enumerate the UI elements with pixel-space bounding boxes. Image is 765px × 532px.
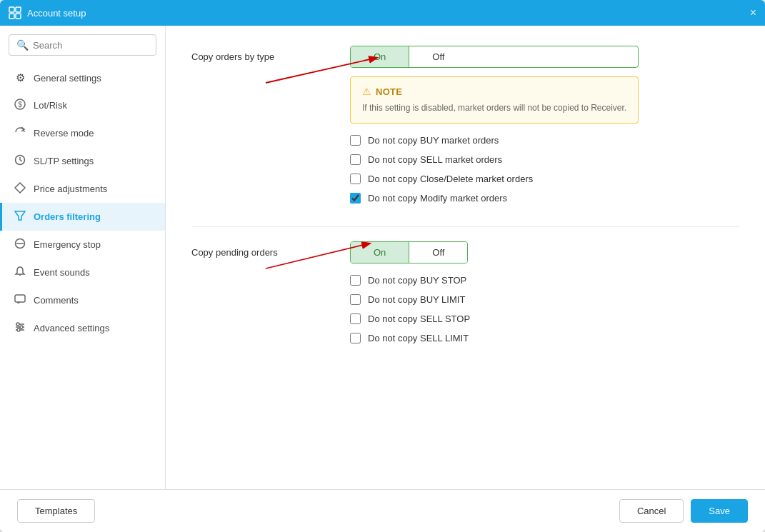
no-modify-input[interactable] [350, 193, 361, 204]
no-sell-limit-input[interactable] [350, 333, 361, 343]
footer-right: Cancel Save [619, 499, 748, 523]
no-sell-stop-label: Do not copy SELL STOP [368, 313, 470, 324]
warning-icon: ⚠ [362, 86, 371, 97]
svg-line-8 [20, 160, 22, 161]
no-sell-limit-checkbox[interactable]: Do not copy SELL LIMIT [350, 333, 739, 343]
svg-rect-1 [16, 7, 21, 12]
note-text: If this setting is disabled, market orde… [362, 101, 626, 114]
diamond-icon [14, 182, 26, 196]
no-close-delete-label: Do not copy Close/Delete market orders [368, 174, 533, 184]
comment-icon [14, 293, 26, 307]
svg-rect-3 [16, 14, 21, 19]
sidebar-item-sltp-settings[interactable]: SL/TP settings [0, 147, 165, 175]
no-buy-market-checkbox[interactable]: Do not copy BUY market orders [350, 135, 739, 146]
note-title: NOTE [376, 86, 402, 97]
sidebar-item-label: Advanced settings [34, 323, 109, 333]
svg-marker-10 [15, 211, 25, 220]
svg-point-18 [16, 323, 19, 326]
no-buy-limit-label: Do not copy BUY LIMIT [368, 294, 465, 305]
copy-pending-row: Copy pending orders On Off [191, 241, 739, 264]
save-button[interactable]: Save [691, 499, 748, 523]
clock-icon [14, 154, 26, 168]
no-sell-market-label: Do not copy SELL market orders [368, 154, 502, 165]
bell-icon [14, 266, 26, 279]
title-bar: Account setup × [0, 0, 765, 26]
copy-orders-toggle[interactable]: On Off [350, 46, 639, 68]
search-icon: 🔍 [16, 39, 29, 51]
svg-marker-9 [15, 183, 25, 193]
no-sell-market-checkbox[interactable]: Do not copy SELL market orders [350, 154, 739, 165]
no-buy-market-input[interactable] [350, 135, 361, 146]
body: 🔍 ⚙ General settings $ Lot/Risk Reverse … [0, 26, 765, 489]
coin-icon: $ [14, 99, 26, 112]
sidebar-item-event-sounds[interactable]: Event sounds [0, 259, 165, 286]
sidebar-item-orders-filtering[interactable]: Orders filtering [0, 203, 165, 231]
svg-rect-0 [9, 7, 14, 12]
sidebar-item-label: Orders filtering [34, 211, 101, 222]
sidebar-item-advanced-settings[interactable]: Advanced settings [0, 314, 165, 342]
no-modify-label: Do not copy Modify market orders [368, 193, 507, 204]
no-sell-market-input[interactable] [350, 154, 361, 165]
copy-orders-by-type-section: Copy orders by type On Off ⚠ NOTE If thi… [191, 46, 739, 204]
no-sell-stop-input[interactable] [350, 313, 361, 324]
svg-rect-2 [9, 14, 14, 19]
note-header: ⚠ NOTE [362, 86, 626, 97]
no-buy-limit-input[interactable] [350, 294, 361, 305]
sidebar-item-label: Emergency stop [34, 239, 101, 250]
search-input[interactable] [33, 40, 149, 51]
copy-pending-off-button[interactable]: Off [409, 242, 467, 263]
svg-rect-14 [15, 295, 25, 302]
search-box[interactable]: 🔍 [9, 34, 156, 56]
no-close-delete-checkbox[interactable]: Do not copy Close/Delete market orders [350, 174, 739, 184]
window-title: Account setup [27, 8, 86, 19]
sidebar-item-label: Lot/Risk [34, 100, 67, 111]
section-divider [191, 226, 739, 227]
sidebar-item-reverse-mode[interactable]: Reverse mode [0, 119, 165, 147]
sidebar-item-label: Reverse mode [34, 128, 94, 139]
stop-icon [14, 238, 26, 251]
sidebar-item-label: Price adjustments [34, 184, 107, 194]
sidebar-item-label: SL/TP settings [34, 156, 94, 166]
svg-point-20 [17, 328, 20, 331]
sidebar-item-label: General settings [34, 73, 101, 84]
sidebar-item-lot-risk[interactable]: $ Lot/Risk [0, 91, 165, 119]
no-sell-stop-checkbox[interactable]: Do not copy SELL STOP [350, 313, 739, 324]
copy-pending-toggle[interactable]: On Off [350, 241, 468, 264]
account-setup-window: Account setup × 🔍 ⚙ General settings $ L… [0, 0, 765, 532]
copy-orders-on-button[interactable]: On [351, 46, 409, 67]
no-close-delete-input[interactable] [350, 174, 361, 184]
note-box: ⚠ NOTE If this setting is disabled, mark… [350, 76, 639, 124]
copy-pending-label: Copy pending orders [191, 241, 327, 258]
copy-orders-off-button[interactable]: Off [409, 46, 467, 67]
sidebar: 🔍 ⚙ General settings $ Lot/Risk Reverse … [0, 26, 166, 489]
copy-orders-row: Copy orders by type On Off ⚠ NOTE If thi… [191, 46, 739, 124]
sidebar-item-emergency-stop[interactable]: Emergency stop [0, 231, 165, 259]
pending-orders-checkbox-list: Do not copy BUY STOP Do not copy BUY LIM… [350, 275, 739, 343]
svg-point-19 [20, 326, 23, 328]
market-orders-checkbox-list: Do not copy BUY market orders Do not cop… [350, 135, 739, 204]
sidebar-item-comments[interactable]: Comments [0, 286, 165, 314]
cancel-button[interactable]: Cancel [619, 499, 684, 523]
sidebar-item-label: Event sounds [34, 267, 90, 278]
templates-button[interactable]: Templates [17, 499, 95, 523]
no-buy-limit-checkbox[interactable]: Do not copy BUY LIMIT [350, 294, 739, 305]
main-content: Copy orders by type On Off ⚠ NOTE If thi… [166, 26, 765, 489]
sidebar-item-label: Comments [34, 295, 79, 306]
no-buy-market-label: Do not copy BUY market orders [368, 135, 499, 146]
sliders-icon [14, 321, 26, 335]
footer-left: Templates [17, 499, 95, 523]
copy-pending-orders-section: Copy pending orders On Off Do not copy B… [191, 241, 739, 343]
svg-text:$: $ [18, 101, 22, 109]
close-button[interactable]: × [750, 7, 756, 19]
window-icon [9, 6, 21, 19]
reverse-icon [14, 126, 26, 140]
no-modify-checkbox[interactable]: Do not copy Modify market orders [350, 193, 739, 204]
gear-icon: ⚙ [14, 71, 26, 84]
sidebar-item-price-adjustments[interactable]: Price adjustments [0, 175, 165, 203]
copy-orders-label: Copy orders by type [191, 46, 327, 62]
footer: Templates Cancel Save [0, 489, 765, 532]
no-buy-stop-checkbox[interactable]: Do not copy BUY STOP [350, 275, 739, 286]
no-buy-stop-input[interactable] [350, 275, 361, 286]
sidebar-item-general-settings[interactable]: ⚙ General settings [0, 64, 165, 91]
copy-pending-on-button[interactable]: On [351, 242, 409, 263]
